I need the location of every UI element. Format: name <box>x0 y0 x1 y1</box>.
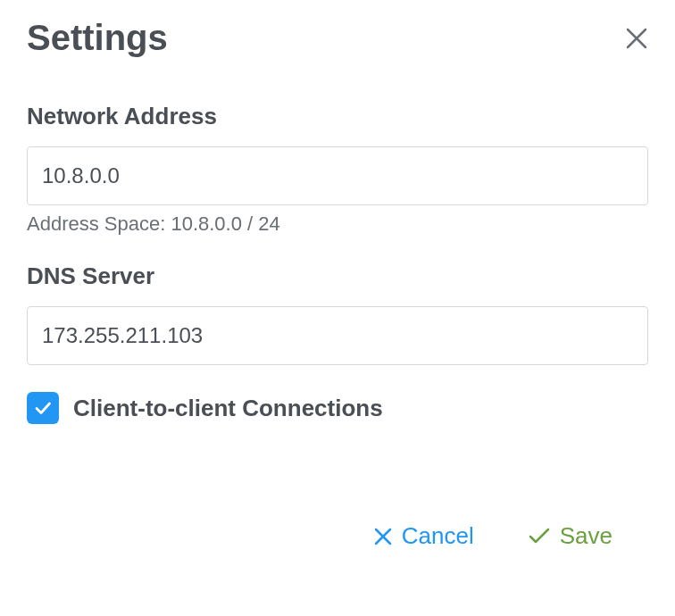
close-icon <box>625 27 648 50</box>
close-icon <box>373 527 393 546</box>
network-address-group: Network Address Address Space: 10.8.0.0 … <box>27 103 648 236</box>
check-icon <box>528 527 551 546</box>
close-button[interactable] <box>625 27 648 50</box>
cancel-label: Cancel <box>402 522 474 550</box>
c2c-checkbox[interactable] <box>27 392 59 424</box>
dns-server-label: DNS Server <box>27 262 648 290</box>
dialog-title: Settings <box>27 18 168 58</box>
c2c-label: Client-to-client Connections <box>73 395 383 422</box>
network-address-label: Network Address <box>27 103 648 130</box>
dialog-footer: Cancel Save <box>27 522 648 550</box>
dns-server-group: DNS Server <box>27 262 648 365</box>
c2c-row: Client-to-client Connections <box>27 392 648 424</box>
cancel-button[interactable]: Cancel <box>373 522 474 550</box>
dns-server-input[interactable] <box>27 306 648 365</box>
network-address-input[interactable] <box>27 146 648 205</box>
save-label: Save <box>560 522 612 550</box>
dialog-header: Settings <box>27 18 648 58</box>
network-address-help: Address Space: 10.8.0.0 / 24 <box>27 212 648 236</box>
save-button[interactable]: Save <box>528 522 612 550</box>
check-icon <box>32 397 54 419</box>
